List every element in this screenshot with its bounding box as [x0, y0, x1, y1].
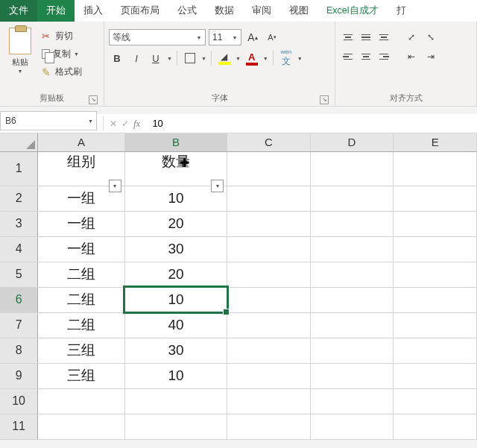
col-header-d[interactable]: D — [310, 133, 394, 151]
menu-custom[interactable]: Excel自成才 — [318, 0, 388, 22]
italic-button[interactable]: I — [128, 50, 145, 66]
row-header[interactable]: 10 — [0, 388, 38, 414]
cell-a7[interactable]: 二组 — [38, 312, 125, 338]
decrease-font-button[interactable]: A▾ — [264, 29, 280, 45]
increase-font-button[interactable]: A▴ — [244, 29, 261, 45]
fill-color-button[interactable]: ◢ — [216, 50, 233, 66]
menu-formulas[interactable]: 公式 — [168, 0, 206, 22]
row-header[interactable]: 8 — [0, 338, 38, 363]
cut-label: 剪切 — [55, 31, 73, 42]
format-painter-label: 格式刷 — [55, 66, 82, 78]
fx-button[interactable]: fx — [133, 118, 140, 130]
font-color-swatch — [246, 63, 258, 66]
paste-button[interactable]: 粘贴 ▼ — [4, 25, 36, 91]
menu-last[interactable]: 打 — [388, 0, 415, 22]
align-right-button[interactable] — [376, 48, 392, 65]
col-header-e[interactable]: E — [394, 133, 477, 151]
cell-a5[interactable]: 二组 — [38, 262, 125, 287]
menu-page-layout[interactable]: 页面布局 — [112, 0, 168, 22]
name-box-value: B6 — [5, 116, 16, 126]
chevron-down-icon[interactable]: ▼ — [263, 56, 268, 61]
fill-color-swatch — [218, 62, 230, 65]
copy-button[interactable]: 复制 ▼ — [39, 45, 85, 62]
font-color-button[interactable]: A — [244, 50, 260, 66]
chevron-down-icon[interactable]: ▼ — [18, 69, 23, 74]
formula-bar: B6 ▼ ✕ ✓ fx — [0, 114, 477, 133]
cell-c1[interactable] — [227, 151, 311, 186]
menu-review[interactable]: 审阅 — [243, 0, 280, 22]
underline-button[interactable]: U — [148, 50, 164, 66]
menu-view[interactable]: 视图 — [280, 0, 318, 22]
chevron-down-icon[interactable]: ▼ — [297, 56, 303, 61]
font-size-combo[interactable]: 11▼ — [209, 29, 241, 45]
menu-file[interactable]: 文件 — [0, 0, 37, 22]
increase-indent-button[interactable]: ⇥ — [422, 48, 440, 65]
cell-b5[interactable]: 20 — [124, 262, 227, 287]
font-size-value: 11 — [212, 32, 222, 42]
font-group-label: 字体 — [212, 93, 228, 102]
cell-b9[interactable]: 10 — [124, 363, 227, 388]
cell-b1[interactable]: 数量 ▾ — [124, 151, 227, 186]
select-all-corner[interactable] — [0, 133, 38, 151]
chevron-down-icon[interactable]: ▼ — [167, 56, 172, 61]
align-center-button[interactable] — [358, 48, 374, 65]
chevron-down-icon[interactable]: ▼ — [88, 119, 93, 124]
name-box[interactable]: B6 ▼ — [0, 111, 97, 130]
cell-e1[interactable] — [394, 151, 477, 186]
row-header[interactable]: 6 — [0, 287, 38, 312]
format-painter-button[interactable]: ✎ 格式刷 — [39, 63, 85, 80]
cell-b4[interactable]: 30 — [124, 236, 227, 262]
cell-a9[interactable]: 三组 — [38, 363, 125, 388]
cell-b6[interactable]: 10 — [124, 287, 227, 312]
cell-a3[interactable]: 一组 — [38, 211, 125, 236]
bold-button[interactable]: B — [109, 50, 125, 66]
align-middle-button[interactable] — [358, 29, 374, 45]
menu-insert[interactable]: 插入 — [75, 0, 112, 22]
cell-a1[interactable]: 组别 ▾ ✚ — [38, 151, 125, 186]
align-bottom-button[interactable] — [376, 29, 392, 45]
cell-a4[interactable]: 一组 — [38, 236, 125, 262]
menu-home[interactable]: 开始 — [37, 0, 75, 22]
filter-icon[interactable]: ▾ — [109, 180, 121, 192]
paste-label: 粘贴 — [12, 57, 28, 68]
cell-a8[interactable]: 三组 — [38, 338, 125, 363]
decrease-indent-button[interactable]: ⇤ — [402, 48, 420, 65]
dialog-launcher-icon[interactable]: ↘ — [89, 95, 98, 104]
font-name-value: 等线 — [113, 31, 130, 44]
row-header[interactable]: 4 — [0, 236, 38, 262]
cell-b3[interactable]: 20 — [124, 211, 227, 236]
wen-label: wén — [280, 48, 291, 55]
formula-input[interactable] — [146, 114, 477, 133]
cancel-formula-button[interactable]: ✕ — [110, 119, 117, 129]
row-header[interactable]: 5 — [0, 262, 38, 287]
enter-formula-button[interactable]: ✓ — [121, 119, 129, 129]
scissors-icon: ✂ — [42, 31, 52, 41]
borders-button[interactable] — [182, 50, 198, 66]
row-header[interactable]: 2 — [0, 186, 38, 211]
cell-d1[interactable] — [310, 151, 394, 186]
font-name-combo[interactable]: 等线▼ — [109, 29, 206, 45]
filter-icon[interactable]: ▾ — [211, 180, 224, 192]
cell-a6[interactable]: 二组 — [38, 287, 125, 312]
row-header[interactable]: 11 — [0, 414, 38, 439]
row-header[interactable]: 9 — [0, 363, 38, 388]
col-header-c[interactable]: C — [227, 133, 311, 151]
chevron-down-icon[interactable]: ▼ — [201, 56, 206, 61]
orientation-button-2[interactable]: ⤡ — [422, 29, 440, 45]
menu-data[interactable]: 数据 — [206, 0, 243, 22]
dialog-launcher-icon[interactable]: ↘ — [320, 95, 329, 104]
chevron-down-icon[interactable]: ▼ — [74, 51, 79, 57]
row-header[interactable]: 7 — [0, 312, 38, 338]
cell-b8[interactable]: 30 — [124, 338, 227, 363]
cell-b7[interactable]: 40 — [124, 312, 227, 338]
row-header[interactable]: 3 — [0, 211, 38, 236]
chevron-down-icon[interactable]: ▼ — [236, 56, 241, 61]
spreadsheet-grid: A B C D E 1 组别 ▾ ✚ 数量 ▾ 2一组10 3一组20 4一组3… — [0, 133, 477, 440]
cut-button[interactable]: ✂ 剪切 — [39, 28, 85, 44]
phonetic-guide-button[interactable]: wén 文 — [278, 50, 294, 66]
align-left-button[interactable] — [340, 48, 356, 65]
orientation-button-1[interactable]: ⤢ — [402, 29, 420, 45]
align-top-button[interactable] — [340, 29, 356, 45]
menu-bar: 文件 开始 插入 页面布局 公式 数据 审阅 视图 Excel自成才 打 — [0, 0, 477, 22]
row-header[interactable]: 1 — [0, 151, 38, 186]
